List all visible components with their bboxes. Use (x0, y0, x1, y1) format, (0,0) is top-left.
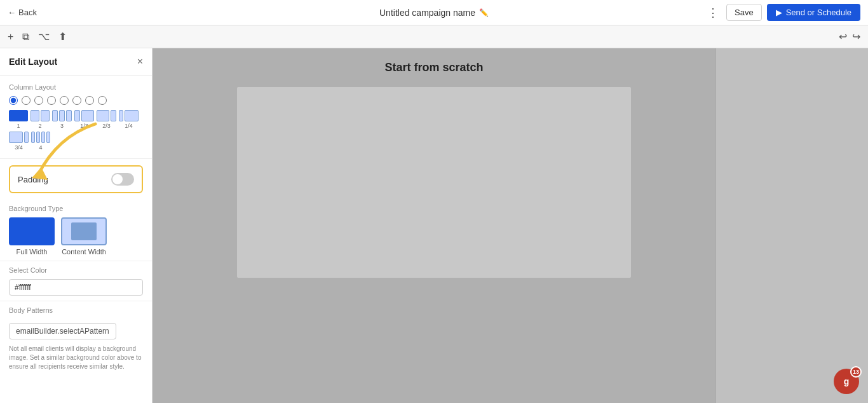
notification-badge: 13 (850, 366, 862, 378)
col-layout-option-1[interactable]: 1 (9, 110, 28, 129)
edit-layout-sidebar: Edit Layout × Column Layout (0, 48, 153, 403)
column-icons: 1 2 3 (9, 110, 143, 151)
patterns-note: Not all email clients will display a bac… (9, 345, 143, 371)
toolbar-icons: + ⧉ ⌥ ⬆ (8, 31, 67, 43)
avatar-badge[interactable]: g 13 (834, 369, 859, 394)
filter-icon[interactable]: ⌥ (38, 31, 50, 43)
top-bar-left: ← Back (8, 8, 37, 17)
col-layout-option-3-4[interactable]: 3/4 (9, 132, 29, 151)
col-radio-8[interactable] (98, 96, 107, 105)
col-layout-option-2[interactable]: 2 (31, 110, 50, 129)
content-width-visual (61, 217, 107, 245)
right-panel (715, 48, 868, 403)
col-radio-4[interactable] (47, 96, 56, 105)
more-options-button[interactable]: ⋮ (705, 3, 721, 22)
select-color-section: Select Color (0, 261, 152, 301)
add-icon[interactable]: + (8, 31, 13, 43)
sidebar-header: Edit Layout × (0, 48, 152, 76)
col-layout-option-4[interactable]: 4 (31, 132, 50, 151)
col-layout-option-1-4[interactable]: 1/4 (119, 110, 139, 129)
padding-label: Padding (18, 175, 48, 184)
padding-toggle[interactable] (111, 173, 134, 186)
bg-full-width-option[interactable]: Full Width (9, 217, 55, 256)
close-sidebar-button[interactable]: × (137, 56, 143, 67)
col-radio-6[interactable] (72, 96, 81, 105)
select-pattern-button[interactable]: emailBuilder.selectAPattern (9, 323, 116, 339)
full-width-visual (9, 217, 55, 245)
body-patterns-label: Body Patterns (9, 306, 143, 314)
col-radio-2[interactable] (22, 96, 31, 105)
send-schedule-button[interactable]: ▶ Send or Schedule (767, 4, 860, 21)
col-layout-option-2-3[interactable]: 2/3 (97, 110, 116, 129)
bg-content-width-option[interactable]: Content Width (61, 217, 107, 256)
select-color-label: Select Color (9, 266, 143, 274)
top-bar-right: ⋮ Save ▶ Send or Schedule (705, 3, 860, 22)
back-button[interactable]: ← Back (8, 8, 37, 17)
body-patterns-section: Body Patterns emailBuilder.selectAPatter… (0, 301, 152, 376)
upload-icon[interactable]: ⬆ (58, 31, 67, 43)
avatar-letter: g (844, 376, 850, 386)
secondary-toolbar: + ⧉ ⌥ ⬆ ↩ ↪ (0, 25, 868, 48)
column-layout-label: Column Layout (9, 83, 143, 91)
sidebar-title: Edit Layout (9, 57, 57, 67)
canvas-heading: Start from scratch (384, 61, 483, 74)
main-layout: Edit Layout × Column Layout (0, 48, 868, 403)
content-width-label: Content Width (62, 248, 106, 256)
col-radio-1[interactable] (9, 96, 18, 105)
canvas-area: Start from scratch (153, 48, 715, 403)
edit-pencil-icon[interactable]: ✏️ (479, 8, 489, 17)
background-type-label: Background Type (9, 205, 143, 212)
back-arrow-icon: ← (8, 8, 16, 17)
col-layout-option-1-3[interactable]: 1/3 (74, 110, 94, 129)
bg-type-options: Full Width Content Width (9, 217, 143, 256)
col-layout-option-3[interactable]: 3 (52, 110, 72, 129)
col-radio-5[interactable] (60, 96, 69, 105)
layers-icon[interactable]: ⧉ (22, 31, 29, 43)
content-width-inner (71, 222, 97, 240)
top-bar: ← Back Untitled campaign name ✏️ ⋮ Save … (0, 0, 868, 25)
undo-redo-group: ↩ ↪ (839, 31, 860, 43)
undo-button[interactable]: ↩ (839, 31, 847, 43)
col-radio-7[interactable] (85, 96, 94, 105)
toggle-slider (111, 173, 134, 186)
full-width-label: Full Width (17, 248, 48, 256)
color-input-wrapper (9, 279, 143, 296)
send-label: Send or Schedule (786, 8, 851, 17)
redo-button[interactable]: ↪ (852, 31, 860, 43)
campaign-name: Untitled campaign name (379, 8, 475, 18)
send-icon: ▶ (776, 8, 782, 17)
padding-section: Padding (9, 165, 143, 193)
save-button[interactable]: Save (726, 4, 762, 21)
canvas-content (237, 87, 631, 278)
top-bar-center: Untitled campaign name ✏️ (379, 8, 489, 18)
column-layout-radios (9, 96, 143, 105)
column-layout-section: Column Layout 1 (0, 76, 152, 159)
background-type-section: Background Type Full Width Content Width (0, 200, 152, 261)
color-input[interactable] (9, 279, 143, 296)
col-radio-3[interactable] (34, 96, 43, 105)
back-label: Back (18, 8, 37, 17)
